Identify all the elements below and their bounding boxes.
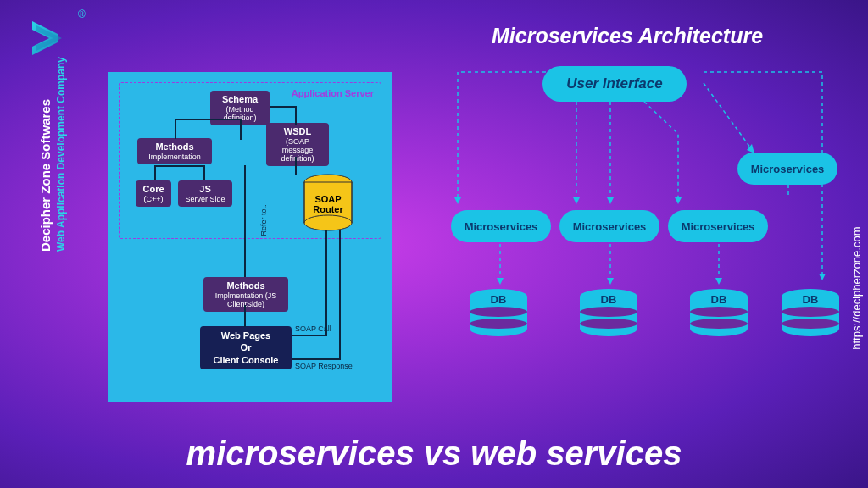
svg-point-29 bbox=[580, 307, 637, 317]
svg-marker-7 bbox=[573, 197, 580, 204]
methods-impl-node: MethodsImplementation bbox=[137, 138, 212, 164]
svg-point-2 bbox=[304, 215, 352, 230]
wsdl-node: WSDL(SOAP message definition) bbox=[266, 123, 329, 166]
svg-marker-19 bbox=[715, 278, 722, 285]
microservices-title: Microservices Architecture bbox=[492, 24, 763, 48]
connector-line bbox=[175, 119, 176, 139]
svg-marker-13 bbox=[819, 274, 826, 280]
svg-marker-5 bbox=[454, 197, 461, 204]
microservice-node-1: Microservices bbox=[451, 210, 551, 242]
microservice-node-3: Microservices bbox=[668, 210, 768, 242]
svg-point-40 bbox=[782, 319, 839, 329]
connector-line bbox=[240, 119, 242, 140]
connector-line bbox=[295, 157, 297, 175]
app-server-label: Application Server bbox=[292, 88, 374, 98]
database-node-3: DB bbox=[688, 288, 749, 341]
database-node-2: DB bbox=[578, 288, 639, 341]
connector-line bbox=[175, 119, 241, 120]
database-node-4: DB bbox=[780, 288, 841, 341]
brand-url: https://decipherzone.com bbox=[850, 227, 863, 350]
connector-line bbox=[292, 358, 339, 360]
company-name: Decipher Zone Softwares bbox=[38, 99, 53, 252]
js-node: JSServer Side bbox=[178, 180, 232, 207]
connector-line bbox=[295, 106, 297, 125]
connector-line bbox=[154, 165, 205, 167]
connector-line bbox=[326, 230, 327, 336]
svg-point-34 bbox=[690, 307, 748, 317]
core-node: Core(C++) bbox=[136, 180, 171, 207]
svg-point-35 bbox=[690, 319, 748, 329]
svg-marker-15 bbox=[497, 278, 504, 285]
svg-point-30 bbox=[580, 319, 637, 329]
microservice-node-2: Microservices bbox=[559, 210, 659, 242]
svg-marker-17 bbox=[607, 278, 614, 285]
microservices-connectors bbox=[415, 66, 856, 312]
svg-line-11 bbox=[704, 83, 753, 151]
registered-mark: ® bbox=[78, 8, 86, 20]
connector-line bbox=[339, 230, 341, 360]
web-services-diagram: Application Server Schema(Method definit… bbox=[108, 72, 392, 402]
main-title: microservices vs web services bbox=[0, 435, 868, 473]
company-tagline: Web Application Development Company bbox=[55, 57, 67, 252]
methods-client-node: MethodsImplmentation (JS ClientSide) bbox=[203, 277, 288, 312]
connector-line bbox=[270, 106, 295, 108]
microservice-node-4: Microservices bbox=[737, 152, 837, 185]
refer-to-label: Refer to.. bbox=[259, 204, 268, 236]
connector-line bbox=[203, 165, 205, 180]
url-divider bbox=[849, 110, 849, 136]
svg-point-24 bbox=[470, 307, 527, 317]
svg-point-39 bbox=[782, 307, 839, 317]
connector-line bbox=[154, 165, 156, 180]
connector-line bbox=[244, 165, 246, 277]
company-vertical: Decipher Zone Softwares Web Application … bbox=[38, 57, 67, 252]
connector-line bbox=[244, 305, 246, 327]
web-pages-node: Web PagesOrClient Console bbox=[200, 326, 292, 369]
user-interface-node: User Interface bbox=[542, 66, 687, 102]
soap-call-label: SOAP Call bbox=[295, 324, 331, 333]
soap-response-label: SOAP Response bbox=[295, 362, 353, 370]
soap-router-node: SOAPRouter bbox=[302, 174, 354, 236]
connector-line bbox=[292, 335, 326, 336]
svg-point-25 bbox=[470, 319, 527, 329]
database-node-1: DB bbox=[468, 288, 529, 341]
svg-marker-9 bbox=[607, 197, 614, 204]
svg-marker-10 bbox=[675, 197, 682, 204]
